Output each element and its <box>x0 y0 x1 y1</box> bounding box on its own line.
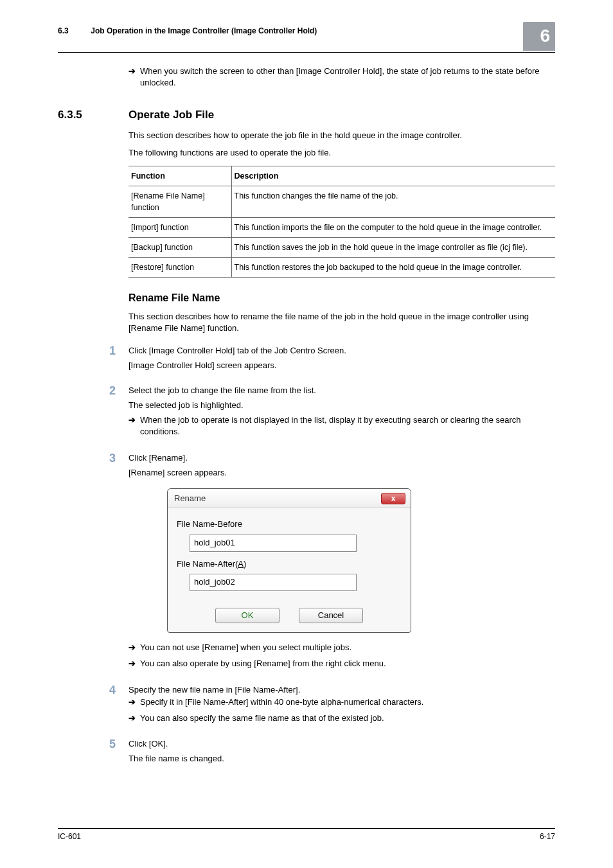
cell-desc: This function changes the file name of t… <box>231 186 555 217</box>
step-note: ➔ You can also specify the same file nam… <box>129 713 555 725</box>
label-filename-before: File Name-Before <box>177 518 402 531</box>
p-635-1: This section describes how to operate th… <box>129 130 555 142</box>
filename-before-field: hold_job01 <box>190 535 357 552</box>
filename-after-field[interactable]: hold_job02 <box>190 574 357 591</box>
running-head: 6.3 Job Operation in the Image Controlle… <box>58 26 317 37</box>
heading-number: 6.3.5 <box>58 107 129 123</box>
heading-635: 6.3.5 Operate Job File <box>58 107 555 123</box>
p-635-2: The following functions are used to oper… <box>129 147 555 159</box>
step-5: 5 Click [OK]. The file name is changed. <box>109 738 555 768</box>
step-note-text: You can also operate by using [Rename] f… <box>140 658 386 670</box>
heading-title: Operate Job File <box>129 107 214 123</box>
chapter-badge: 6 <box>523 22 555 51</box>
arrow-icon: ➔ <box>129 414 140 439</box>
cell-func: [Import] function <box>129 217 231 237</box>
step-text: Click [OK]. <box>129 738 555 750</box>
th-function: Function <box>129 166 231 186</box>
function-table: Function Description [Rename File Name] … <box>129 166 555 278</box>
step-number: 2 <box>109 385 129 442</box>
table-row: [Import] function This function imports … <box>129 217 555 237</box>
cell-desc: This function saves the job in the hold … <box>231 238 555 258</box>
step-note-text: Specify it in [File Name-After] within 4… <box>140 696 423 709</box>
label-filename-after: File Name-After(A) <box>177 558 402 571</box>
step-sub: The selected job is highlighted. <box>129 400 555 412</box>
step-note: ➔ Specify it in [File Name-After] within… <box>129 696 555 709</box>
step-sub: The file name is changed. <box>129 753 555 765</box>
footer-left: IC-601 <box>58 831 81 842</box>
step-number: 3 <box>109 452 129 674</box>
cancel-button[interactable]: Cancel <box>299 608 363 623</box>
ok-button[interactable]: OK <box>215 608 280 623</box>
step-1: 1 Click [Image Controller Hold] tab of t… <box>109 345 555 375</box>
rename-dialog: Rename x File Name-Before hold_job01 Fil… <box>167 488 411 633</box>
step-note: ➔ You can also operate by using [Rename]… <box>129 658 555 670</box>
step-note-text: When the job to operate is not displayed… <box>140 414 555 439</box>
step-note-text: You can also specify the same file name … <box>140 713 384 725</box>
th-description: Description <box>231 166 555 186</box>
subheading-rename: Rename File Name <box>129 290 555 305</box>
page-footer: IC-601 6-17 <box>58 828 555 842</box>
table-row: [Restore] function This function restore… <box>129 258 555 278</box>
footer-right: 6-17 <box>540 831 555 842</box>
cell-desc: This function imports the file on the co… <box>231 217 555 237</box>
step-number: 5 <box>109 738 129 768</box>
arrow-icon: ➔ <box>129 713 140 725</box>
section-number: 6.3 <box>58 26 89 37</box>
step-2: 2 Select the job to change the file name… <box>109 385 555 442</box>
step-number: 4 <box>109 684 129 729</box>
step-sub: [Rename] screen appears. <box>129 467 555 479</box>
step-note-text: You can not use [Rename] when you select… <box>140 642 351 654</box>
table-row: [Backup] function This function saves th… <box>129 238 555 258</box>
step-text: Click [Image Controller Hold] tab of the… <box>129 345 555 357</box>
table-row: [Rename File Name] function This functio… <box>129 186 555 217</box>
close-icon: x <box>391 494 396 503</box>
section-title: Job Operation in the Image Controller (I… <box>91 26 317 35</box>
step-note: ➔ You can not use [Rename] when you sele… <box>129 642 555 654</box>
step-number: 1 <box>109 345 129 375</box>
step-3: 3 Click [Rename]. [Rename] screen appear… <box>109 452 555 674</box>
step-note: ➔ When the job to operate is not display… <box>129 414 555 439</box>
rename-intro: This section describes how to rename the… <box>129 311 555 335</box>
cell-desc: This function restores the job backuped … <box>231 258 555 278</box>
step-text: Click [Rename]. <box>129 452 555 465</box>
arrow-icon: ➔ <box>129 696 140 709</box>
dialog-titlebar: Rename x <box>168 489 411 508</box>
arrow-icon: ➔ <box>129 66 140 90</box>
step-4: 4 Specify the new file name in [File Nam… <box>109 684 555 729</box>
arrow-icon: ➔ <box>129 642 140 654</box>
page-header: 6.3 Job Operation in the Image Controlle… <box>58 26 555 53</box>
cell-func: [Backup] function <box>129 238 231 258</box>
intro-note: ➔ When you switch the screen to other th… <box>129 66 555 90</box>
cell-func: [Restore] function <box>129 258 231 278</box>
close-button[interactable]: x <box>381 493 405 504</box>
arrow-icon: ➔ <box>129 658 140 670</box>
step-text: Select the job to change the file name f… <box>129 385 555 397</box>
intro-note-text: When you switch the screen to other than… <box>140 66 555 90</box>
cell-func: [Rename File Name] function <box>129 186 231 217</box>
step-sub: [Image Controller Hold] screen appears. <box>129 360 555 372</box>
dialog-title: Rename <box>174 493 206 505</box>
step-text: Specify the new file name in [File Name-… <box>129 684 555 696</box>
